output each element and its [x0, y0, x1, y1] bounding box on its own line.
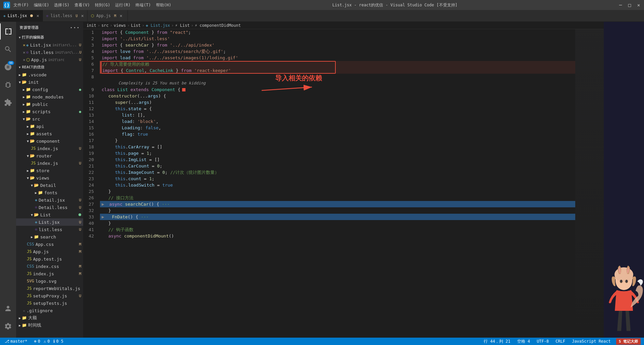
- fold-arrow-icon[interactable]: ▶: [102, 201, 104, 207]
- file-path: init\src\...: [55, 51, 79, 54]
- code-line-2: import '../List/list.less': [100, 36, 575, 42]
- window-controls[interactable]: ─ □ ✕: [619, 3, 641, 7]
- activity-extensions[interactable]: [0, 94, 16, 111]
- activity-accounts[interactable]: [0, 300, 16, 317]
- folder-views[interactable]: ▼ 📂 views: [16, 174, 83, 182]
- project-section[interactable]: ▼ REACT的优信: [16, 63, 83, 71]
- code-line-41: // 钩子函数: [100, 226, 575, 233]
- folder-init[interactable]: ▼ 📂 init: [16, 78, 83, 86]
- tab-list-jsx[interactable]: ◈ List.jsx ×: [0, 10, 43, 21]
- editor-content[interactable]: 1 2 3 4 5 6 7 8 9 10 11: [83, 29, 575, 338]
- file-app-js[interactable]: JS App.js M: [16, 248, 83, 255]
- status-spaces[interactable]: 空格 4: [516, 338, 531, 345]
- status-position[interactable]: 行 44，列 21: [482, 338, 512, 345]
- less-file-icon: ⊕: [35, 227, 37, 232]
- activity-debug[interactable]: [0, 77, 16, 93]
- folder-store[interactable]: ▶ 📁 store: [16, 167, 83, 174]
- file-app-css[interactable]: CSS App.css M: [16, 240, 83, 248]
- tab-close-button[interactable]: ×: [81, 13, 84, 18]
- code-area[interactable]: import { Component } from "react"; impor…: [100, 29, 575, 338]
- close-file-icon[interactable]: ×: [23, 43, 25, 48]
- folder-src[interactable]: ▼ 📂 src: [16, 115, 83, 123]
- folder-detail[interactable]: ▼ 📂 Detail: [16, 182, 83, 189]
- file-path: init\src: [48, 58, 64, 62]
- folder-config[interactable]: ▶ 📁 config ●: [16, 86, 83, 93]
- folder-vscode[interactable]: ▶ 📁 .vscode: [16, 71, 83, 78]
- file-gitignore[interactable]: ⬦ .gitignore: [16, 307, 83, 314]
- tab-modified-badge: U: [76, 14, 78, 18]
- folder-da[interactable]: ▶ 📁 大额: [16, 314, 83, 322]
- git-badge: M: [79, 250, 81, 254]
- tab-close-button[interactable]: ×: [36, 13, 39, 18]
- menu-edit[interactable]: 编辑(E): [34, 2, 49, 8]
- open-file-list-jsx[interactable]: × ◈ List.jsx init\src\... U: [16, 41, 83, 49]
- open-file-list-less[interactable]: × ⊕ list.less init\src\... U: [16, 49, 83, 56]
- folder-assets[interactable]: ▶ 📁 assets: [16, 130, 83, 137]
- chevron-right-icon: ▶: [31, 235, 33, 239]
- fold-arrow-icon[interactable]: ▶: [102, 214, 104, 220]
- close-file-icon[interactable]: ×: [23, 50, 25, 55]
- code-line-32: }: [100, 207, 575, 214]
- tab-list-less[interactable]: ⊕ list.less U ×: [43, 10, 88, 21]
- line-num-42: 42: [83, 233, 97, 239]
- editor-and-minimap: 1 2 3 4 5 6 7 8 9 10 11: [83, 29, 604, 338]
- activity-git[interactable]: 98: [0, 59, 16, 75]
- minimap[interactable]: [575, 29, 604, 338]
- menu-select[interactable]: 选择(S): [54, 2, 69, 8]
- tab-app-js[interactable]: ⬡ App.js M ×: [88, 10, 128, 21]
- file-list-less[interactable]: ⊕ list.less U: [16, 226, 83, 233]
- file-index-js[interactable]: JS index.js M: [16, 270, 83, 277]
- activity-search[interactable]: [0, 41, 16, 57]
- spaces-text: 空格 4: [517, 339, 530, 344]
- file-detail-jsx[interactable]: ◈ Detail.jsx U: [16, 196, 83, 204]
- activity-explorer[interactable]: [0, 23, 16, 40]
- file-index-css[interactable]: CSS index.css M: [16, 263, 83, 270]
- folder-label: config: [32, 87, 48, 92]
- file-app-test[interactable]: JS App.test.js: [16, 255, 83, 263]
- minimize-button[interactable]: ─: [619, 3, 623, 7]
- folder-search[interactable]: ▶ 📁 search: [16, 233, 83, 240]
- status-language[interactable]: JavaScript React: [571, 338, 612, 345]
- folder-api[interactable]: ▶ 📁 api: [16, 123, 83, 130]
- file-report-web[interactable]: JS reportWebVitals.js: [16, 285, 83, 292]
- file-detail-less[interactable]: ⊕ Detail.less U: [16, 204, 83, 211]
- close-button[interactable]: ✕: [637, 3, 641, 7]
- activity-settings[interactable]: [0, 318, 16, 334]
- file-logo-svg[interactable]: SVG logo.svg: [16, 277, 83, 285]
- sidebar-more-button[interactable]: ···: [70, 24, 80, 31]
- folder-public[interactable]: ▶ 📁 public: [16, 100, 83, 108]
- menu-terminal[interactable]: 终端(T): [136, 2, 151, 8]
- file-list-jsx[interactable]: ◈ List.jsx U: [16, 218, 83, 226]
- title-bar-menu[interactable]: 文件(F) 编辑(E) 选择(S) 查看(V) 转到(G) 运行(R) 终端(T…: [13, 2, 171, 8]
- open-file-app-js[interactable]: × ⬡ App.js init\src U: [16, 56, 83, 63]
- folder-list[interactable]: ▼ 📂 List: [16, 211, 83, 218]
- status-errors[interactable]: ⊗ 0 ⚠ 0 ℹ 0 5: [33, 338, 65, 345]
- tab-close-button[interactable]: ×: [119, 13, 122, 18]
- status-branch[interactable]: ⎇ master*: [3, 338, 29, 345]
- code-line-27: ▶ async searchCar() { ···: [100, 201, 575, 207]
- file-label: logo.svg: [36, 279, 57, 284]
- maximize-button[interactable]: □: [628, 3, 632, 7]
- folder-timeline[interactable]: ▶ 📁 时间线: [16, 322, 83, 329]
- close-file-icon[interactable]: ×: [23, 57, 25, 62]
- git-modified-badge: U: [79, 43, 81, 47]
- branch-icon: ⎇: [5, 339, 9, 344]
- chevron-down-icon: ▼: [19, 66, 20, 69]
- open-editors-section[interactable]: ▼ 打开的编辑器: [16, 33, 83, 41]
- file-router-index[interactable]: JS index.js U: [16, 159, 83, 167]
- file-setup-tests[interactable]: JS setupTests.js: [16, 299, 83, 307]
- file-setup-proxy[interactable]: JS setupProxy.js U: [16, 292, 83, 299]
- menu-goto[interactable]: 转到(G): [95, 2, 110, 8]
- menu-help[interactable]: 帮助(H): [156, 2, 171, 8]
- menu-view[interactable]: 查看(V): [74, 2, 90, 8]
- menu-run[interactable]: 运行(R): [115, 2, 130, 8]
- folder-node-modules[interactable]: ▶ 📁 node_modules: [16, 93, 83, 100]
- file-component-index[interactable]: JS index.js U: [16, 145, 83, 152]
- status-encoding[interactable]: UTF-8: [535, 338, 550, 345]
- folder-component[interactable]: ▼ 📂 component: [16, 137, 83, 145]
- status-line-ending[interactable]: CRLF: [554, 338, 567, 345]
- menu-file[interactable]: 文件(F): [13, 2, 29, 8]
- folder-scripts[interactable]: ▶ 📁 scripts ●: [16, 108, 83, 115]
- folder-fonts[interactable]: ▶ 📁 fonts: [16, 189, 83, 196]
- folder-router[interactable]: ▼ 📂 router: [16, 152, 83, 159]
